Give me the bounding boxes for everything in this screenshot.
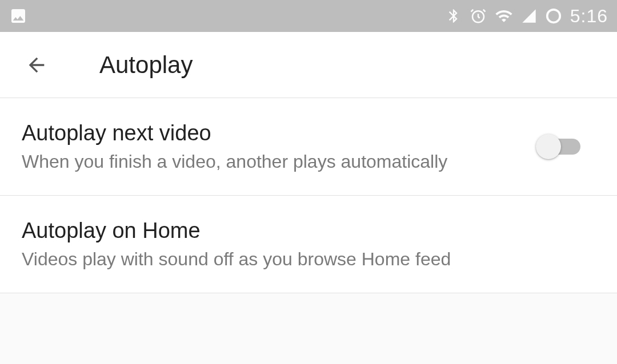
settings-list: Autoplay next video When you finish a vi… (0, 98, 617, 293)
setting-subtitle: Videos play with sound off as you browse… (22, 249, 451, 270)
setting-title: Autoplay next video (22, 121, 447, 145)
setting-subtitle: When you finish a video, another plays a… (22, 151, 447, 172)
page-title: Autoplay (99, 51, 193, 79)
svg-point-1 (547, 10, 560, 23)
arrow-back-icon (25, 54, 48, 76)
toggle-knob (536, 134, 561, 159)
autoplay-next-video-toggle[interactable] (539, 139, 580, 155)
setting-title: Autoplay on Home (22, 219, 451, 243)
setting-text: Autoplay on Home Videos play with sound … (22, 219, 451, 270)
setting-text: Autoplay next video When you finish a vi… (22, 121, 447, 172)
data-circle-icon (545, 7, 562, 25)
setting-autoplay-next-video[interactable]: Autoplay next video When you finish a vi… (0, 98, 617, 196)
wifi-icon (495, 7, 513, 25)
status-bar: 5:16 (0, 0, 617, 32)
status-time: 5:16 (570, 6, 608, 27)
alarm-icon (470, 7, 487, 25)
picture-icon (9, 7, 27, 25)
back-button[interactable] (23, 51, 50, 79)
app-bar: Autoplay (0, 32, 617, 98)
setting-autoplay-on-home[interactable]: Autoplay on Home Videos play with sound … (0, 196, 617, 293)
status-left (9, 7, 27, 25)
cell-signal-icon (521, 8, 537, 24)
status-right: 5:16 (446, 6, 608, 27)
bluetooth-icon (446, 8, 462, 24)
